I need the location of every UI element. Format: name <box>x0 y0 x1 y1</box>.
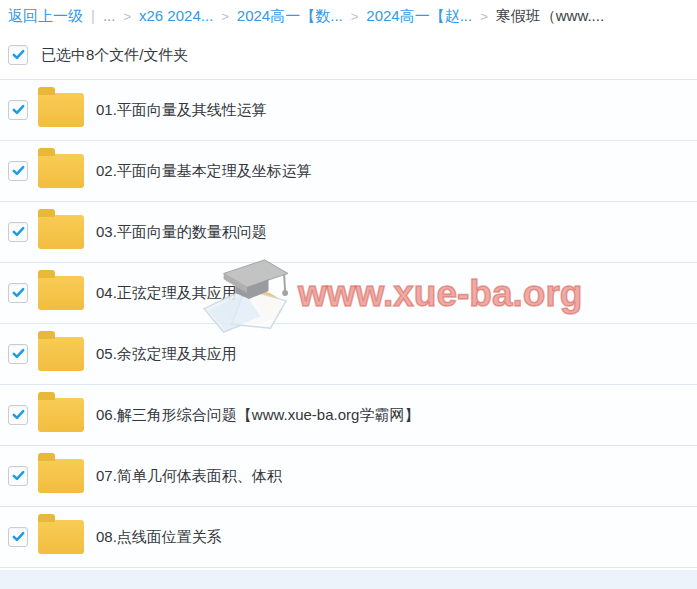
folder-name-link[interactable]: 01.平面向量及其线性运算 <box>96 101 267 120</box>
select-all-checkbox[interactable] <box>8 45 28 65</box>
breadcrumb-link-3[interactable]: 2024高一【赵... <box>366 7 472 26</box>
folder-row[interactable]: 06.解三角形综合问题【www.xue-ba.org学霸网】 <box>0 385 697 446</box>
selection-count-label: 已选中8个文件/文件夹 <box>41 46 189 65</box>
folder-name-link[interactable]: 02.平面向量基本定理及坐标运算 <box>96 162 312 181</box>
row-checkbox[interactable] <box>8 344 28 364</box>
check-icon <box>11 47 26 62</box>
folder-icon <box>38 459 84 493</box>
row-checkbox[interactable] <box>8 283 28 303</box>
check-icon <box>11 102 26 117</box>
folder-name-link[interactable]: 06.解三角形综合问题【www.xue-ba.org学霸网】 <box>96 406 419 425</box>
selection-summary-row: 已选中8个文件/文件夹 <box>0 41 697 69</box>
folder-name-link[interactable]: 05.余弦定理及其应用 <box>96 345 237 364</box>
row-checkbox[interactable] <box>8 161 28 181</box>
folder-icon <box>38 215 84 249</box>
check-icon <box>11 285 26 300</box>
breadcrumb-chevron-icon: > <box>351 9 359 24</box>
row-checkbox[interactable] <box>8 100 28 120</box>
check-icon <box>11 346 26 361</box>
folder-row[interactable]: 08.点线面位置关系 <box>0 507 697 568</box>
folder-icon <box>38 154 84 188</box>
folder-name-link[interactable]: 04.正弦定理及其应用 <box>96 284 237 303</box>
breadcrumb: 返回上一级 | ... > x26 2024... > 2024高一【数... … <box>0 0 697 26</box>
check-icon <box>11 163 26 178</box>
check-icon <box>11 407 26 422</box>
back-link[interactable]: 返回上一级 <box>8 7 83 26</box>
folder-icon <box>38 337 84 371</box>
folder-name-link[interactable]: 07.简单几何体表面积、体积 <box>96 467 282 486</box>
breadcrumb-chevron-icon: > <box>123 9 131 24</box>
folder-row[interactable]: 07.简单几何体表面积、体积 <box>0 446 697 507</box>
folder-row[interactable]: 05.余弦定理及其应用 <box>0 324 697 385</box>
row-checkbox[interactable] <box>8 222 28 242</box>
breadcrumb-ellipsis: ... <box>103 7 116 24</box>
file-manager-page: 返回上一级 | ... > x26 2024... > 2024高一【数... … <box>0 0 697 589</box>
folder-row[interactable]: 03.平面向量的数量积问题 <box>0 202 697 263</box>
breadcrumb-pipe: | <box>91 7 95 24</box>
check-icon <box>11 529 26 544</box>
check-icon <box>11 224 26 239</box>
bottom-band <box>0 570 697 589</box>
folder-icon <box>38 520 84 554</box>
folder-row[interactable]: 04.正弦定理及其应用 <box>0 263 697 324</box>
breadcrumb-chevron-icon: > <box>480 9 488 24</box>
folder-row[interactable]: 02.平面向量基本定理及坐标运算 <box>0 141 697 202</box>
folder-icon <box>38 276 84 310</box>
row-checkbox[interactable] <box>8 466 28 486</box>
folder-icon <box>38 93 84 127</box>
row-checkbox[interactable] <box>8 527 28 547</box>
breadcrumb-chevron-icon: > <box>221 9 229 24</box>
breadcrumb-link-2[interactable]: 2024高一【数... <box>237 7 343 26</box>
check-icon <box>11 468 26 483</box>
row-checkbox[interactable] <box>8 405 28 425</box>
folder-name-link[interactable]: 08.点线面位置关系 <box>96 528 222 547</box>
folder-name-link[interactable]: 03.平面向量的数量积问题 <box>96 223 267 242</box>
breadcrumb-link-1[interactable]: x26 2024... <box>139 7 213 24</box>
breadcrumb-current-folder: 寒假班（www.... <box>496 7 604 26</box>
folder-icon <box>38 398 84 432</box>
folder-list: 01.平面向量及其线性运算 02.平面向量基本定理及坐标运算 03.平面向量的数… <box>0 79 697 568</box>
folder-row[interactable]: 01.平面向量及其线性运算 <box>0 80 697 141</box>
